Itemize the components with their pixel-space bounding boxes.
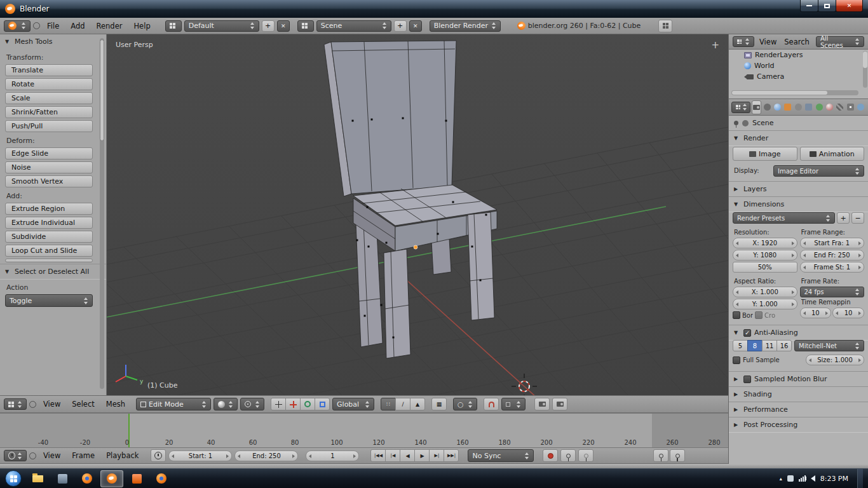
tool-shelf-scrollbar[interactable] [100, 38, 104, 389]
partially-visible-button[interactable] [5, 259, 93, 262]
show-desktop-button[interactable] [857, 469, 863, 488]
remap-new-field[interactable]: 10 [832, 308, 864, 318]
transform-orientation-dropdown[interactable]: Global [332, 398, 374, 410]
menu-frame[interactable]: Frame [67, 451, 99, 460]
tab-object[interactable] [783, 100, 792, 114]
display-scope-dropdown[interactable]: All Scenes [816, 36, 864, 47]
resolution-y-field[interactable]: Y: 1080 [733, 250, 797, 261]
menu-file[interactable]: File [43, 22, 64, 30]
insert-keyframe-button[interactable] [578, 449, 593, 462]
play-button[interactable]: ▶ [414, 449, 430, 462]
next-keyframe-button[interactable]: ▶| [429, 449, 444, 462]
keying-add-button[interactable] [653, 449, 668, 462]
taskbar-clock[interactable]: 8:23 PM [820, 475, 848, 483]
editor-type-button[interactable] [4, 398, 27, 410]
current-frame-field[interactable]: 1 [306, 451, 359, 461]
subdivide-button[interactable]: Subdivide [5, 231, 93, 243]
render-image-button[interactable]: Image [733, 147, 797, 161]
jump-to-end-button[interactable]: ▶▶| [444, 449, 459, 462]
taskbar-item-firefox2[interactable] [150, 470, 173, 487]
delete-layout-button[interactable]: ✕ [277, 20, 290, 32]
push-pull-button[interactable]: Push/Pull [5, 120, 93, 132]
remove-preset-button[interactable]: − [851, 212, 864, 224]
outliner-hscrollbar[interactable] [731, 90, 858, 95]
aa-sample-5-button[interactable]: 5 [733, 340, 748, 351]
taskbar-item-explorer[interactable] [26, 470, 49, 487]
header-collapse-icon[interactable] [29, 452, 36, 459]
extrude-region-button[interactable]: Extrude Region [5, 203, 93, 215]
add-layout-button[interactable]: + [262, 20, 275, 32]
select-deselect-panel-header[interactable]: ▼ Select or Deselect All [0, 264, 106, 279]
full-sample-checkbox[interactable] [733, 356, 740, 364]
taskbar-item-app2[interactable] [125, 470, 148, 487]
tray-expand-icon[interactable]: ▴ [780, 476, 782, 482]
tab-constraints[interactable] [794, 100, 803, 114]
tab-material[interactable] [825, 100, 834, 114]
limit-to-visible-button[interactable]: ▦ [431, 398, 447, 410]
tab-particles[interactable] [846, 100, 855, 114]
menu-add[interactable]: Add [66, 22, 89, 30]
antialiasing-panel-header[interactable]: ▼ ✓ Anti-Aliasing [729, 325, 868, 340]
screen-layout-browse-button[interactable] [165, 20, 182, 32]
outliner-item-renderlayers[interactable]: RenderLayers [729, 50, 868, 60]
tab-texture[interactable] [836, 100, 844, 114]
aa-sample-16-button[interactable]: 16 [776, 340, 792, 351]
menu-render[interactable]: Render [92, 22, 127, 30]
volume-icon[interactable] [811, 475, 815, 482]
outliner-item-world[interactable]: World [729, 60, 868, 71]
jump-to-start-button[interactable]: |◀◀ [370, 449, 386, 462]
end-frame-field[interactable]: End: 250 [234, 451, 298, 461]
minimize-button[interactable] [800, 0, 818, 12]
border-checkbox[interactable] [733, 311, 740, 319]
editor-type-button[interactable] [733, 36, 754, 47]
taskbar-item-firefox[interactable] [76, 470, 98, 487]
motion-blur-panel-header[interactable]: ▶ Sampled Motion Blur [729, 371, 868, 386]
aa-filter-dropdown[interactable]: Mitchell-Net [794, 340, 864, 351]
window-layout-icon[interactable] [658, 20, 672, 32]
translate-manipulator-button[interactable] [285, 398, 301, 410]
aa-sample-11-button[interactable]: 11 [762, 340, 777, 351]
snap-toggle-button[interactable] [484, 398, 499, 410]
editor-type-button[interactable] [4, 450, 27, 461]
rotate-button[interactable]: Rotate [5, 78, 93, 90]
frame-step-field[interactable]: Frame St: 1 [800, 262, 865, 273]
translate-button[interactable]: Translate [5, 64, 93, 76]
use-preview-range-button[interactable] [151, 449, 166, 462]
loop-cut-button[interactable]: Loop Cut and Slide [5, 245, 93, 257]
menu-view[interactable]: View [39, 451, 65, 460]
timeline-ruler[interactable]: -40 -20 0 20 40 60 80 100 120 140 160 18… [0, 413, 728, 447]
aspect-y-field[interactable]: Y: 1.000 [733, 299, 797, 309]
editor-type-button[interactable] [731, 102, 750, 113]
previous-keyframe-button[interactable]: |◀ [385, 449, 400, 462]
close-button[interactable]: ✕ [836, 0, 863, 12]
menu-select[interactable]: Select [67, 400, 98, 409]
start-frame-field[interactable]: Start: 1 [168, 451, 232, 461]
aa-sample-8-button[interactable]: 8 [747, 340, 763, 351]
menu-playback[interactable]: Playback [102, 451, 143, 460]
menu-view[interactable]: View [39, 400, 65, 409]
viewport-canvas[interactable]: y [107, 34, 728, 395]
menu-view[interactable]: View [757, 37, 779, 46]
sync-dropdown[interactable]: No Sync [468, 449, 534, 462]
menu-mesh[interactable]: Mesh [102, 400, 130, 409]
screen-layout-field[interactable]: Default [184, 20, 259, 32]
frame-start-field[interactable]: Start Fra: 1 [800, 238, 865, 248]
antialiasing-checkbox[interactable]: ✓ [743, 329, 751, 337]
resolution-x-field[interactable]: X: 1920 [733, 238, 797, 248]
smooth-vertex-button[interactable]: Smooth Vertex [5, 175, 93, 187]
render-engine-dropdown[interactable]: Blender Render [430, 20, 501, 32]
dimensions-panel-header[interactable]: ▼ Dimensions [729, 196, 868, 212]
layers-panel-header[interactable]: ▶ Layers [729, 181, 868, 196]
snap-element-dropdown[interactable] [501, 398, 526, 410]
render-animation-button[interactable]: Animation [800, 147, 865, 161]
taskbar-item-blender[interactable] [100, 470, 123, 487]
start-button[interactable] [5, 470, 22, 487]
add-scene-button[interactable]: + [394, 20, 407, 32]
noise-button[interactable]: Noise [5, 161, 93, 173]
render-panel-header[interactable]: ▼ Render [729, 130, 868, 146]
header-collapse-icon[interactable] [33, 22, 40, 29]
extrude-individual-button[interactable]: Extrude Individual [5, 217, 93, 229]
play-reverse-button[interactable]: ◀ [400, 449, 415, 462]
tab-physics[interactable] [857, 100, 865, 114]
tab-world[interactable] [773, 100, 782, 114]
